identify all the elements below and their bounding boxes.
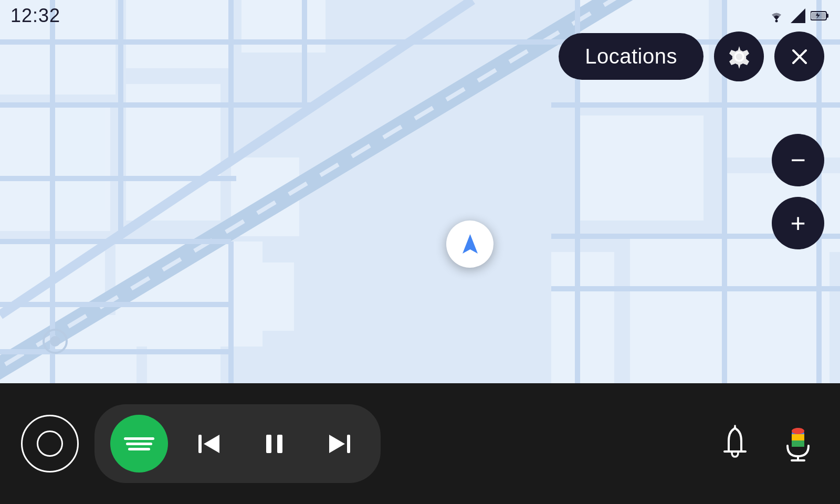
svg-rect-60 bbox=[792, 428, 804, 434]
svg-rect-9 bbox=[147, 304, 220, 383]
svg-rect-1 bbox=[0, 0, 116, 94]
previous-track-button[interactable] bbox=[184, 424, 234, 464]
pause-icon bbox=[260, 429, 289, 458]
pause-button[interactable] bbox=[249, 424, 299, 464]
zoom-in-button[interactable]: + bbox=[772, 197, 824, 249]
microphone-icon bbox=[777, 423, 819, 465]
media-controls bbox=[94, 404, 381, 483]
spotify-icon bbox=[124, 437, 154, 450]
svg-marker-55 bbox=[329, 435, 345, 453]
home-icon bbox=[37, 430, 63, 457]
svg-rect-62 bbox=[792, 440, 804, 447]
svg-rect-16 bbox=[578, 116, 704, 220]
location-marker bbox=[446, 220, 494, 268]
navigation-arrow bbox=[456, 230, 485, 259]
svg-rect-54 bbox=[277, 435, 282, 453]
svg-rect-56 bbox=[347, 435, 350, 453]
skip-next-icon bbox=[326, 429, 354, 458]
home-button[interactable] bbox=[21, 415, 79, 472]
svg-point-41 bbox=[50, 336, 60, 346]
right-icons bbox=[714, 423, 819, 465]
svg-marker-50 bbox=[463, 234, 478, 254]
svg-rect-10 bbox=[231, 262, 294, 331]
svg-rect-53 bbox=[266, 435, 271, 453]
close-icon bbox=[788, 45, 811, 68]
notification-button[interactable] bbox=[714, 423, 756, 465]
zoom-out-button[interactable]: − bbox=[772, 134, 824, 186]
locations-button[interactable]: Locations bbox=[559, 33, 704, 80]
next-track-button[interactable] bbox=[315, 424, 365, 464]
svg-rect-61 bbox=[792, 434, 804, 440]
svg-rect-2 bbox=[126, 0, 231, 68]
microphone-button[interactable] bbox=[777, 423, 819, 465]
gear-icon bbox=[727, 44, 752, 69]
settings-button[interactable] bbox=[714, 32, 764, 81]
close-button[interactable] bbox=[774, 32, 824, 81]
svg-rect-19 bbox=[551, 252, 614, 383]
skip-previous-icon bbox=[194, 429, 223, 458]
notification-icon bbox=[714, 423, 756, 465]
svg-rect-13 bbox=[52, 105, 105, 210]
svg-rect-18 bbox=[630, 236, 830, 383]
top-controls: Locations bbox=[559, 32, 824, 81]
svg-marker-52 bbox=[204, 435, 219, 453]
zoom-controls: − + bbox=[772, 134, 824, 249]
map-view[interactable]: 12:32 Locations bbox=[0, 0, 840, 383]
spotify-button[interactable] bbox=[110, 415, 168, 472]
bottom-bar bbox=[0, 383, 840, 504]
svg-rect-51 bbox=[198, 435, 202, 453]
